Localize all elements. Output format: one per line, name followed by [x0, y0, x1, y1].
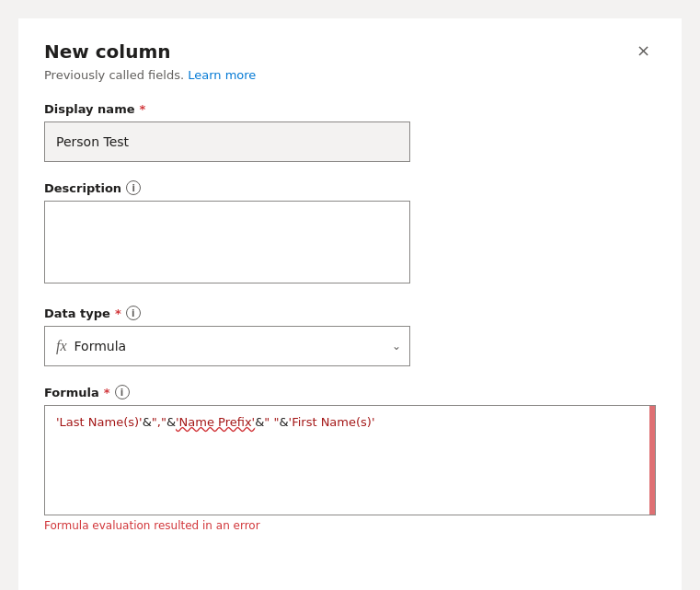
description-input[interactable]	[44, 201, 410, 283]
formula-display[interactable]: 'Last Name(s)'&","&'Name Prefix'&" "&'Fi…	[44, 405, 656, 515]
display-name-label: Display name *	[44, 102, 656, 116]
data-type-value: Formula	[75, 339, 127, 353]
formula-op-2: &	[166, 415, 176, 429]
formula-error-message: Formula evaluation resulted in an error	[44, 519, 656, 532]
data-type-select[interactable]: fx Formula	[44, 326, 410, 366]
data-type-select-wrapper: fx Formula ⌄	[44, 326, 410, 366]
panel-title: New column	[44, 40, 171, 63]
formula-textarea-wrapper: 'Last Name(s)'&","&'Name Prefix'&" "&'Fi…	[44, 405, 656, 515]
data-type-group: Data type * i fx Formula ⌄	[44, 306, 656, 366]
description-label: Description i	[44, 180, 656, 195]
description-group: Description i	[44, 180, 656, 287]
formula-op-3: &	[255, 415, 264, 429]
formula-op-4: &	[279, 415, 288, 429]
subtitle-text: Previously called fields. Learn more	[44, 68, 656, 82]
panel-header: New column ×	[44, 40, 656, 63]
formula-group: Formula * i 'Last Name(s)'&","&'Name Pre…	[44, 385, 656, 532]
formula-label: Formula * i	[44, 385, 656, 399]
formula-string-2: ","	[152, 415, 166, 429]
description-info-icon[interactable]: i	[126, 180, 141, 195]
formula-op-1: &	[143, 415, 152, 429]
display-name-input[interactable]	[44, 121, 410, 162]
learn-more-link[interactable]: Learn more	[188, 68, 256, 82]
formula-info-icon[interactable]: i	[115, 385, 130, 399]
formula-string-3: 'Name Prefix'	[176, 415, 255, 429]
new-column-panel: New column × Previously called fields. L…	[18, 18, 682, 590]
formula-string-5: 'First Name(s)'	[289, 415, 375, 429]
data-type-required: *	[115, 307, 121, 320]
formula-scroll-indicator	[649, 406, 655, 515]
formula-string-1: 'Last Name(s)'	[56, 415, 143, 429]
display-name-required: *	[140, 102, 146, 116]
data-type-label: Data type * i	[44, 306, 656, 320]
close-button[interactable]: ×	[631, 40, 656, 61]
data-type-info-icon[interactable]: i	[126, 306, 141, 320]
formula-required: *	[104, 386, 110, 399]
display-name-group: Display name *	[44, 102, 656, 162]
fx-icon: fx	[56, 338, 67, 354]
formula-string-4: " "	[264, 415, 279, 429]
formula-squiggle: 'Name Prefix'	[176, 415, 255, 429]
